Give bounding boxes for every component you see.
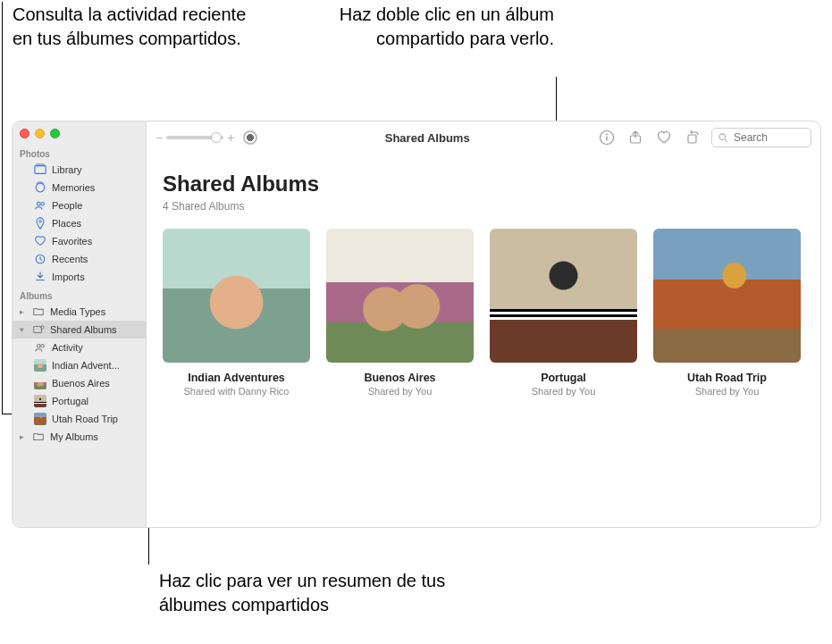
album-thumbnail <box>490 229 637 363</box>
sidebar-item-media-types[interactable]: ▸ Media Types <box>13 303 146 321</box>
sidebar-item-label: Places <box>52 218 81 229</box>
rotate-button[interactable] <box>683 128 702 147</box>
svg-point-12 <box>606 134 608 136</box>
info-button[interactable] <box>597 128 617 147</box>
content-area: Shared Albums 4 Shared Albums Indian Adv… <box>147 154 820 406</box>
callout-top-right: Haz doble clic en un álbum compartido pa… <box>335 3 554 51</box>
zoom-slider[interactable] <box>166 136 223 139</box>
album-thumb-icon <box>34 395 46 407</box>
album-title: Portugal <box>490 372 637 384</box>
album-tile[interactable]: Portugal Shared by You <box>490 229 637 397</box>
search-field[interactable] <box>734 131 805 144</box>
album-title: Utah Road Trip <box>653 372 801 384</box>
search-icon <box>718 132 728 143</box>
filter-toggle-button[interactable] <box>243 130 257 145</box>
sidebar-section-photos: Photos <box>13 144 146 161</box>
toolbar: − + Shared Albums <box>147 121 820 154</box>
zoom-out-icon: − <box>155 130 163 145</box>
sidebar-item-memories[interactable]: Memories <box>13 179 146 197</box>
album-subtitle: Shared by You <box>490 386 637 397</box>
callout-bottom: Haz clic para ver un resumen de tus álbu… <box>159 569 463 617</box>
shared-album-icon <box>32 323 45 336</box>
album-tile[interactable]: Indian Adventures Shared with Danny Rico <box>163 229 310 397</box>
download-icon <box>34 271 46 283</box>
album-thumb-icon <box>34 413 46 425</box>
sidebar-item-label: Media Types <box>50 306 105 317</box>
app-window: Photos Library Memories People Places <box>12 121 821 528</box>
svg-point-2 <box>36 183 45 192</box>
album-tile[interactable]: Utah Road Trip Shared by You <box>653 229 801 397</box>
sidebar-item-people[interactable]: People <box>13 197 146 214</box>
sidebar-item-label: Portugal <box>52 396 88 406</box>
sidebar-item-album-child[interactable]: Buenos Aires <box>13 374 146 392</box>
chevron-right-icon: ▸ <box>20 432 27 441</box>
zoom-control[interactable]: − + <box>155 130 234 145</box>
callout-top-left: Consulta la actividad reciente en tus ál… <box>13 3 258 51</box>
clock-icon <box>34 253 46 265</box>
sidebar: Photos Library Memories People Places <box>13 121 147 527</box>
svg-point-5 <box>39 221 42 223</box>
favorite-button[interactable] <box>654 128 674 147</box>
album-title: Indian Adventures <box>163 372 310 384</box>
sidebar-item-label: People <box>52 200 82 211</box>
sidebar-item-places[interactable]: Places <box>13 214 146 232</box>
sidebar-item-imports[interactable]: Imports <box>13 268 146 286</box>
sidebar-item-label: Favorites <box>52 236 92 247</box>
share-button[interactable] <box>626 128 645 147</box>
album-title: Buenos Aires <box>326 372 474 384</box>
folder-icon <box>32 305 45 318</box>
svg-rect-1 <box>37 164 45 166</box>
search-input[interactable] <box>711 128 811 147</box>
callout-line <box>2 2 3 414</box>
page-subtitle: 4 Shared Albums <box>163 200 804 213</box>
people-icon <box>34 341 46 354</box>
sidebar-item-label: Recents <box>52 254 88 264</box>
sidebar-item-activity[interactable]: Activity <box>13 339 146 356</box>
album-thumbnail <box>653 229 801 363</box>
album-thumbnail <box>326 229 474 363</box>
svg-rect-15 <box>688 135 696 143</box>
chevron-down-icon: ▾ <box>20 325 27 334</box>
folder-icon <box>32 431 45 443</box>
people-icon <box>34 199 46 212</box>
album-subtitle: Shared by You <box>653 386 801 397</box>
memories-icon <box>34 181 46 194</box>
toolbar-title: Shared Albums <box>385 131 470 145</box>
sidebar-item-shared-albums[interactable]: ▾ Shared Albums <box>13 321 146 339</box>
sidebar-item-label: Buenos Aires <box>52 378 110 389</box>
sidebar-item-label: Imports <box>52 272 85 282</box>
album-subtitle: Shared by You <box>326 386 474 397</box>
sidebar-item-album-child[interactable]: Indian Advent... <box>13 356 146 374</box>
window-controls <box>13 121 146 144</box>
sidebar-item-label: Library <box>52 164 82 175</box>
minimize-window-button[interactable] <box>35 129 45 138</box>
svg-rect-13 <box>606 137 607 141</box>
album-thumbnail <box>163 229 310 363</box>
sidebar-item-label: Indian Advent... <box>52 360 120 371</box>
svg-point-16 <box>719 134 726 140</box>
sidebar-item-label: Utah Road Trip <box>52 414 118 424</box>
zoom-window-button[interactable] <box>50 129 60 138</box>
slider-knob[interactable] <box>211 132 222 143</box>
zoom-in-icon: + <box>227 130 234 145</box>
svg-point-10 <box>41 345 45 348</box>
page-title: Shared Albums <box>163 171 804 197</box>
album-subtitle: Shared with Danny Rico <box>163 386 310 397</box>
chevron-right-icon: ▸ <box>20 307 27 316</box>
sidebar-item-label: Activity <box>52 342 83 353</box>
album-thumb-icon <box>34 359 46 372</box>
svg-point-9 <box>38 345 41 348</box>
close-window-button[interactable] <box>20 129 29 138</box>
sidebar-item-album-child[interactable]: Utah Road Trip <box>13 410 146 428</box>
svg-rect-0 <box>35 166 46 174</box>
sidebar-item-library[interactable]: Library <box>13 161 146 179</box>
sidebar-item-favorites[interactable]: Favorites <box>13 232 146 250</box>
album-tile[interactable]: Buenos Aires Shared by You <box>326 229 474 397</box>
svg-point-3 <box>37 202 40 205</box>
sidebar-item-label: Shared Albums <box>50 324 117 335</box>
sidebar-item-recents[interactable]: Recents <box>13 250 146 268</box>
pin-icon <box>34 217 46 230</box>
sidebar-item-my-albums[interactable]: ▸ My Albums <box>13 428 146 446</box>
callout-line <box>556 77 557 124</box>
sidebar-item-album-child[interactable]: Portugal <box>13 392 146 410</box>
